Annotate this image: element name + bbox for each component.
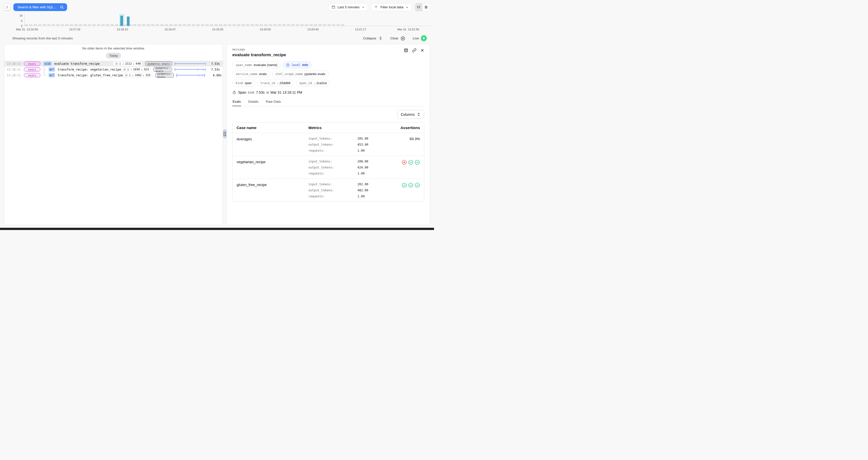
attribute-chip-kind[interactable]: kindspan [232, 79, 255, 86]
histogram-bar[interactable] [127, 17, 130, 26]
open-in-drawer-button[interactable] [404, 48, 408, 53]
close-panel-button[interactable] [421, 48, 424, 52]
case-assertions [380, 183, 420, 198]
tab-evals[interactable]: Evals [232, 100, 241, 106]
child-count-pill[interactable]: ⊞7 [49, 67, 55, 72]
attribute-chip-service_name[interactable]: service_nameevals [232, 71, 270, 77]
panel-divider [223, 44, 226, 225]
arrow-down-left-icon: ↙ [143, 74, 145, 76]
span-duration-bar[interactable] [175, 62, 206, 66]
span-timing: Span took 7.53s at Mar 31 13:18:11 PM [232, 90, 424, 94]
tree-connector [40, 72, 49, 78]
eval-case-row[interactable]: Averagesinput_tokens:205.00output_tokens… [232, 133, 424, 156]
attribute-chip-level[interactable]: levelInfo [283, 62, 311, 68]
case-metrics: input_tokens:202.00output_tokens:482.00r… [308, 183, 380, 198]
sub-span-tick [203, 69, 203, 71]
x-tick-label: Mar 31. 13:16:55 [16, 28, 38, 31]
trace-row[interactable]: 13:18:11evals⊞7transform_recipe: gluten_… [4, 72, 223, 78]
x-tick-label: 13:20:02 [260, 28, 271, 31]
duration-text: 6.89s [210, 73, 221, 77]
span-title: evaluate transform_recipe [232, 53, 286, 58]
otel-scope-tag[interactable]: pydantic-evals [153, 67, 172, 72]
timing-timestamp: Mar 31 13:18:11 PM [271, 90, 302, 94]
attr-value: span [245, 81, 252, 85]
otel-scope-tag[interactable]: pydantic-evals [155, 73, 174, 77]
x-tick-mark [218, 26, 218, 27]
live-label: Live [413, 36, 419, 40]
no-older-items-text: No older items in the selected time wind… [4, 46, 223, 50]
live-indicator-icon [421, 36, 427, 41]
timeline-histogram[interactable]: Mar 31. 13:16:5513:17:3213:18:1013:18:47… [4, 12, 432, 32]
eval-case-row[interactable]: vegetarian_recipeinput_tokens:208.00outp… [232, 156, 424, 179]
stopwatch-icon [232, 91, 236, 94]
row-timestamp: 13:18:11 [7, 62, 22, 66]
span-duration-bar[interactable] [176, 73, 208, 77]
span-name[interactable]: evaluate transform_recipe [54, 62, 100, 66]
metric-label: input_tokens: [308, 160, 358, 163]
pass-check-icon [415, 183, 420, 188]
tree-connector [40, 67, 49, 72]
otel-scope-tag[interactable]: pydantic-evals [145, 61, 172, 66]
search-button[interactable]: Search & filter with SQL... [13, 3, 67, 11]
copy-link-button[interactable] [412, 48, 416, 53]
tab-details[interactable]: Details [248, 100, 259, 106]
duration-text: 7.53s [208, 68, 220, 71]
expand-box-icon[interactable]: ⊞ [50, 74, 52, 77]
sigma-icon: Σ [119, 62, 121, 65]
filter-local-data-dropdown[interactable]: Filter local data [371, 3, 412, 11]
child-count-pill[interactable]: ⊞7 [49, 73, 55, 77]
tree-connector [40, 61, 43, 67]
arrow-up-right-icon: ↗ [130, 68, 132, 71]
x-tick-mark [265, 26, 266, 27]
attribute-chip-span_id[interactable]: span_id...1ca2ce [296, 79, 330, 86]
header-case-name: Case name [237, 126, 308, 130]
histogram-plot-area[interactable]: Mar 31. 13:16:5513:17:3213:18:1013:18:47… [24, 14, 431, 26]
sigma-icon: Σ [129, 74, 131, 77]
fail-x-icon [402, 160, 407, 165]
search-button-label: Search & filter with SQL... [18, 5, 57, 9]
attribute-chip-trace_id[interactable]: trace_id...15ddb8 [257, 79, 293, 86]
token-metrics-chip[interactable]: Σ↗1030↙323 [121, 67, 151, 72]
sub-span-tick [199, 74, 199, 76]
span-name[interactable]: transform_recipe: vegetarian_recipe [58, 68, 121, 71]
token-metrics-chip[interactable]: Σ↗2112↙648 [113, 61, 143, 66]
histogram-bar[interactable] [120, 15, 123, 26]
span-name[interactable]: transform_recipe: gluten_free_recipe [58, 73, 123, 77]
service-tag[interactable]: evals [24, 67, 40, 72]
today-pill[interactable]: Today [106, 53, 121, 59]
bar-end-cap [205, 68, 206, 71]
time-range-label: Last 5 minutes [338, 5, 360, 9]
tab-raw-data[interactable]: Raw Data [266, 100, 281, 106]
clear-button[interactable]: Clear [390, 36, 405, 41]
calendar-icon [332, 5, 335, 9]
trace-row[interactable]: 13:18:11evals⊟16evaluate transform_recip… [4, 61, 223, 67]
service-tag[interactable]: evals [24, 62, 40, 66]
eval-case-row[interactable]: gluten_free_recipeinput_tokens:202.00out… [232, 179, 424, 201]
panel-resize-handle[interactable] [223, 129, 227, 138]
token-metrics-chip[interactable]: Σ↗1082↙325 [123, 73, 152, 77]
pass-check-icon [408, 183, 413, 188]
duration-text: 7.53s [208, 62, 220, 66]
trace-row[interactable]: 13:18:11evals⊞7transform_recipe: vegetar… [4, 67, 223, 72]
collapse-button[interactable]: Collapse [363, 36, 383, 40]
columns-button[interactable]: Columns [397, 110, 424, 119]
service-tag[interactable]: evals [24, 73, 40, 77]
attr-value: evals [259, 72, 267, 76]
attribute-chip-otel_scope_name[interactable]: otel_scope_namepydantic-evals [272, 71, 329, 77]
collapse-box-icon[interactable]: ⊟ [45, 62, 46, 65]
filter-icon [374, 5, 378, 9]
metric-value: 1.00 [358, 172, 380, 175]
tree-view-button[interactable] [415, 3, 423, 11]
list-view-button[interactable] [423, 3, 430, 11]
chevron-down-icon [362, 6, 365, 9]
attr-value: ...15ddb8 [277, 81, 290, 85]
expand-box-icon[interactable]: ⊞ [50, 68, 52, 71]
live-toggle[interactable]: Live [413, 36, 427, 41]
metric-value: 205.00 [358, 137, 380, 140]
slash-shortcut-key[interactable]: / [4, 3, 10, 11]
metric-value: 424.00 [358, 166, 380, 169]
attribute-chip-span_name[interactable]: span_nameevaluate {name} [232, 62, 281, 68]
span-duration-bar[interactable] [175, 68, 206, 71]
child-count-pill[interactable]: ⊟16 [43, 62, 52, 66]
time-range-dropdown[interactable]: Last 5 minutes [328, 3, 368, 11]
